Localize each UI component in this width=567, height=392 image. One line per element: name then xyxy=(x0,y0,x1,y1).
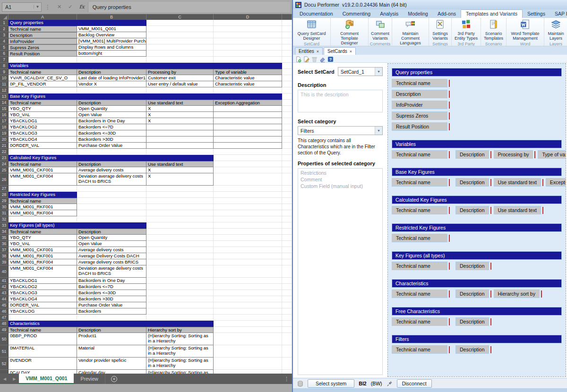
row-header[interactable]: 34 xyxy=(0,229,9,235)
cell[interactable] xyxy=(282,143,292,149)
close-icon[interactable]: × xyxy=(350,49,352,54)
cell[interactable]: (H)ierarchy Sorting: Sorting as in a Hie… xyxy=(146,333,214,345)
cell[interactable] xyxy=(282,210,292,216)
cell[interactable]: Purchase Order Value xyxy=(77,143,146,149)
cell[interactable] xyxy=(282,290,292,296)
menu-tab-add-ons[interactable]: Add-ons xyxy=(433,10,461,18)
cell[interactable] xyxy=(77,192,146,198)
menu-tab-documentation[interactable]: Documentation xyxy=(295,10,338,18)
cell[interactable]: YBO_QTY xyxy=(9,235,77,241)
edit-setcard-icon[interactable] xyxy=(303,56,309,62)
select-all-corner[interactable] xyxy=(0,14,9,20)
cell[interactable] xyxy=(214,57,282,63)
cell[interactable]: Deviation average delivery costs DACH to… xyxy=(77,173,146,186)
cell[interactable] xyxy=(282,106,292,112)
row-header[interactable]: 32 xyxy=(0,216,9,222)
cell[interactable] xyxy=(282,229,292,235)
cell[interactable] xyxy=(214,210,282,216)
cell[interactable] xyxy=(214,259,282,265)
cell[interactable]: VMM_M001_CKF001 xyxy=(9,167,77,173)
menu-tab-settings[interactable]: Settings xyxy=(523,10,550,18)
cell[interactable]: Average Delivery Costs DACH xyxy=(77,253,146,259)
cell[interactable] xyxy=(214,321,282,327)
cell[interactable] xyxy=(146,247,214,253)
field-chip[interactable]: Technical name xyxy=(392,79,447,87)
cell[interactable]: VMM_M001_CKF004 xyxy=(9,265,77,278)
cell[interactable] xyxy=(146,192,214,198)
row-header[interactable]: 28 xyxy=(0,192,9,198)
cell[interactable] xyxy=(77,186,146,192)
cell[interactable]: Technical name xyxy=(9,100,77,106)
sheet-tabs-more-icon[interactable]: ⋮ xyxy=(281,374,292,384)
row-header[interactable]: 47 xyxy=(0,315,9,321)
sheet-tab-preview[interactable]: Preview xyxy=(74,374,105,384)
row-header[interactable]: 42 xyxy=(0,284,9,290)
row-header[interactable]: 5 xyxy=(0,44,9,51)
new-setcard-icon[interactable] xyxy=(295,56,301,62)
cell[interactable]: Backorders <=7D xyxy=(77,124,146,130)
cell[interactable]: Description xyxy=(9,32,77,38)
property-list-item[interactable]: Restrictions xyxy=(298,170,382,176)
cell[interactable] xyxy=(282,259,292,265)
cell[interactable]: YBACKLOG3 xyxy=(9,290,77,296)
cell[interactable] xyxy=(146,210,214,216)
cell[interactable] xyxy=(214,20,282,26)
cell[interactable]: X xyxy=(146,118,214,124)
cell[interactable]: Base Key Figures xyxy=(9,94,282,100)
row-header[interactable]: 36 xyxy=(0,241,9,247)
ribbon-button-3rd-party-entity-types[interactable]: 3rd Party Entity Types xyxy=(452,18,481,41)
doc-tab-setcards[interactable]: SetCards× xyxy=(324,47,356,55)
cell[interactable]: User entry / default value xyxy=(146,81,214,87)
field-chip[interactable]: Use standard text xyxy=(494,206,541,214)
cell[interactable] xyxy=(9,216,77,222)
cell[interactable] xyxy=(282,308,292,315)
cell[interactable] xyxy=(282,57,292,63)
cell[interactable]: (H)ierarchy Sorting: Sorting as in a Hie… xyxy=(146,345,214,358)
cell[interactable] xyxy=(146,149,214,155)
cell[interactable] xyxy=(214,308,282,315)
cell[interactable]: Description xyxy=(77,100,146,106)
cell[interactable] xyxy=(214,315,282,321)
cell[interactable] xyxy=(214,32,282,38)
cell[interactable] xyxy=(146,290,214,296)
cell[interactable] xyxy=(282,222,292,229)
field-chip[interactable]: Processing by xyxy=(494,150,533,159)
row-header[interactable]: 23 xyxy=(0,155,9,161)
cell[interactable] xyxy=(214,235,282,241)
name-box[interactable]: A1 ▼ xyxy=(2,2,42,12)
cell[interactable]: Backorders <=30D xyxy=(77,130,146,136)
cell[interactable]: Deviation average delivery costs DACH to… xyxy=(77,265,146,278)
cell[interactable]: YBACKLOG4 xyxy=(9,296,77,302)
cell[interactable]: VMM_M001_RKF001 xyxy=(9,253,77,259)
cell[interactable] xyxy=(146,265,214,278)
row-header[interactable]: 48 xyxy=(0,321,9,327)
cell[interactable] xyxy=(214,44,282,51)
cell[interactable]: Description xyxy=(77,69,146,75)
cell[interactable]: Average delivery costs xyxy=(77,167,146,173)
cell[interactable] xyxy=(282,136,292,143)
property-list-item[interactable]: Custom Field (manual input) xyxy=(298,183,382,189)
cell[interactable]: X xyxy=(146,106,214,112)
row-header[interactable]: 27 xyxy=(0,186,9,192)
cell[interactable]: Technical name xyxy=(9,69,77,75)
cell[interactable]: Backorders >30D xyxy=(77,136,146,143)
cell[interactable] xyxy=(282,198,292,204)
row-header[interactable]: 21 xyxy=(0,143,9,149)
field-chip[interactable]: Technical name xyxy=(392,317,447,326)
cell[interactable] xyxy=(214,26,282,32)
cell[interactable] xyxy=(214,216,282,222)
field-chip[interactable]: InfoProvider xyxy=(392,101,447,109)
cell[interactable]: Exception Aggregation xyxy=(214,100,282,106)
cell[interactable] xyxy=(146,130,214,136)
cell[interactable] xyxy=(282,321,292,327)
cell[interactable]: Open Value xyxy=(77,241,146,247)
cell[interactable] xyxy=(9,57,77,63)
field-chip[interactable]: Description xyxy=(455,178,489,187)
cell[interactable] xyxy=(214,143,282,149)
cell[interactable] xyxy=(282,296,292,302)
cell[interactable]: Open Value xyxy=(77,112,146,118)
row-header[interactable]: 19 xyxy=(0,130,9,136)
row-header[interactable]: 11 xyxy=(0,81,9,87)
row-header[interactable]: 2 xyxy=(0,26,9,32)
cell[interactable] xyxy=(214,118,282,124)
